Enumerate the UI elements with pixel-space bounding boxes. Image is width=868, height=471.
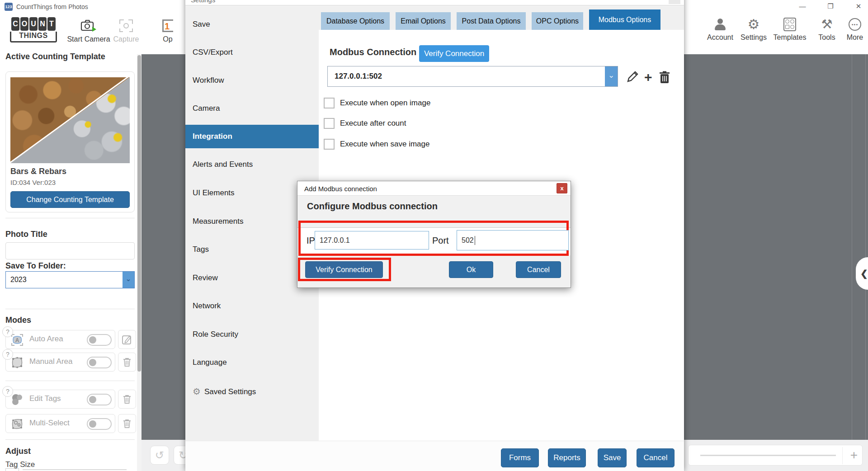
tab-opc-options[interactable]: OPC Options bbox=[532, 12, 583, 30]
modal-cancel-button[interactable]: Cancel bbox=[516, 261, 561, 278]
save-button[interactable]: Save bbox=[598, 448, 627, 467]
execute-after-count-checkbox[interactable] bbox=[324, 118, 335, 129]
settings-button[interactable]: ⚙ Settings bbox=[734, 16, 773, 42]
modal-ok-button[interactable]: Ok bbox=[449, 261, 493, 278]
add-connection-button[interactable]: + bbox=[644, 71, 652, 83]
maximize-icon[interactable]: ❐ bbox=[824, 1, 837, 12]
delete-connection-button[interactable] bbox=[659, 71, 670, 86]
tab-email-options[interactable]: Email Options bbox=[396, 12, 451, 30]
account-icon bbox=[714, 19, 726, 30]
templates-label: Templates bbox=[770, 33, 809, 42]
photo-title-label: Photo Title bbox=[5, 230, 47, 239]
template-card: Bars & Rebars ID:034 Ver:023 Change Coun… bbox=[5, 71, 135, 212]
modal-close-icon[interactable]: x bbox=[557, 183, 567, 193]
pencil-icon bbox=[625, 70, 640, 84]
add-modbus-connection-modal: Add Modbus connection x Configure Modbus… bbox=[297, 181, 571, 288]
tab-database-options[interactable]: Database Options bbox=[321, 12, 390, 30]
nav-item-csv-export[interactable]: CSV/Export bbox=[185, 41, 319, 64]
ip-label: IP bbox=[307, 236, 315, 246]
sidebar-scrollbar[interactable] bbox=[137, 54, 142, 471]
more-icon: ••• bbox=[849, 18, 861, 31]
auto-area-toggle[interactable] bbox=[87, 334, 112, 346]
countthings-logo: C O U N T THINGS bbox=[10, 17, 57, 42]
edit-connection-button[interactable] bbox=[625, 70, 640, 86]
nav-item-network[interactable]: Network bbox=[185, 294, 319, 318]
help-badge[interactable]: ? bbox=[2, 326, 13, 337]
tools-icon: ⚒ bbox=[821, 18, 832, 31]
logo-letter: O bbox=[20, 17, 28, 31]
save-folder-dropdown[interactable]: 2023 ⌄ bbox=[5, 271, 135, 288]
nav-item-camera[interactable]: Camera bbox=[185, 97, 319, 120]
nav-item-workflow[interactable]: Workflow bbox=[185, 69, 319, 92]
nav-item-language[interactable]: Language bbox=[185, 351, 319, 374]
trash-icon bbox=[122, 357, 132, 367]
checkbox-label: Execute after count bbox=[340, 119, 406, 128]
logo-letter: N bbox=[38, 17, 47, 31]
logo-letter: U bbox=[29, 17, 38, 31]
multi-select-toggle[interactable] bbox=[87, 418, 112, 430]
mode-label: Edit Tags bbox=[29, 394, 61, 403]
template-thumbnail bbox=[10, 77, 130, 163]
app-title: CountThings from Photos bbox=[16, 3, 88, 10]
settings-close-icon[interactable]: ✕ bbox=[669, 0, 680, 4]
nav-item-alerts-events[interactable]: Alerts and Events bbox=[185, 153, 319, 176]
manual-area-toggle[interactable] bbox=[87, 357, 112, 368]
capture-label: Capture bbox=[101, 35, 151, 43]
delete-multi-select-button[interactable] bbox=[118, 414, 136, 433]
modes-heading: Modes bbox=[5, 316, 31, 325]
zoom-slider[interactable] bbox=[700, 455, 836, 456]
edit-auto-area-button[interactable] bbox=[118, 330, 136, 349]
scrollbar-thumb[interactable] bbox=[137, 55, 141, 372]
nav-item-save[interactable]: Save bbox=[185, 13, 319, 36]
nav-item-saved-settings[interactable]: ⚙Saved Settings bbox=[185, 380, 319, 403]
execute-open-image-checkbox[interactable] bbox=[324, 98, 335, 108]
zoom-slider-panel: + bbox=[688, 445, 863, 466]
logo-tiles: C O U N T bbox=[10, 17, 57, 31]
template-meta: ID:034 Ver:023 bbox=[10, 179, 56, 186]
saved-settings-label: Saved Settings bbox=[204, 387, 256, 396]
tab-modbus-options[interactable]: Modbus Options bbox=[589, 9, 660, 30]
open-button[interactable]: 1 Op bbox=[152, 18, 184, 43]
reports-button[interactable]: Reports bbox=[548, 448, 586, 467]
zoom-in-button[interactable]: + bbox=[846, 445, 862, 465]
modbus-connection-dropdown[interactable]: 127.0.0.1:502 ⌄ bbox=[327, 66, 618, 87]
verify-connection-button[interactable]: Verify Connection bbox=[419, 45, 489, 62]
photo-title-input[interactable] bbox=[5, 242, 135, 259]
forms-button[interactable]: Forms bbox=[501, 448, 539, 467]
nav-item-integration[interactable]: Integration bbox=[185, 125, 319, 148]
help-badge[interactable]: ? bbox=[2, 386, 13, 397]
port-input[interactable]: 502 bbox=[457, 230, 569, 250]
mode-label: Auto Area bbox=[29, 334, 63, 344]
divider bbox=[5, 439, 135, 440]
minimize-icon[interactable]: — bbox=[796, 1, 809, 12]
auto-area-icon: A bbox=[10, 333, 24, 347]
tab-post-data-options[interactable]: Post Data Options bbox=[457, 12, 526, 30]
panel-divider bbox=[865, 54, 866, 440]
divider bbox=[5, 309, 135, 309]
gear-icon: ⚙ bbox=[748, 18, 760, 31]
mode-row-auto-area: A Auto Area bbox=[5, 330, 115, 349]
modal-verify-connection-button[interactable]: Verify Connection bbox=[305, 261, 383, 278]
edit-tags-toggle[interactable] bbox=[87, 394, 112, 405]
capture-button[interactable]: Capture bbox=[101, 18, 151, 43]
execute-save-image-checkbox[interactable] bbox=[324, 139, 335, 150]
close-icon[interactable]: ✕ bbox=[852, 1, 865, 12]
delete-manual-area-button[interactable] bbox=[118, 353, 136, 372]
capture-icon bbox=[101, 18, 151, 33]
logo-letter: C bbox=[11, 17, 19, 31]
edit-icon bbox=[122, 334, 132, 345]
delete-edit-tags-button[interactable] bbox=[118, 390, 136, 409]
edit-tags-icon bbox=[10, 393, 24, 406]
app-icon: 123 bbox=[5, 3, 13, 11]
help-badge[interactable]: ? bbox=[2, 349, 13, 360]
templates-button[interactable]: Templates bbox=[770, 16, 809, 42]
more-button[interactable]: ••• More bbox=[835, 16, 868, 42]
ip-value: 127.0.0.1 bbox=[320, 236, 350, 245]
mode-row-manual-area: Manual Area bbox=[5, 353, 115, 372]
change-template-button[interactable]: Change Counting Template bbox=[10, 191, 130, 208]
nav-item-role-security[interactable]: Role Security bbox=[185, 323, 319, 346]
cancel-button[interactable]: Cancel bbox=[637, 448, 675, 467]
rotate-ccw-button[interactable]: ↺ bbox=[150, 446, 169, 465]
tag-size-slider[interactable] bbox=[5, 468, 132, 471]
ip-input[interactable]: 127.0.0.1 bbox=[315, 231, 429, 250]
